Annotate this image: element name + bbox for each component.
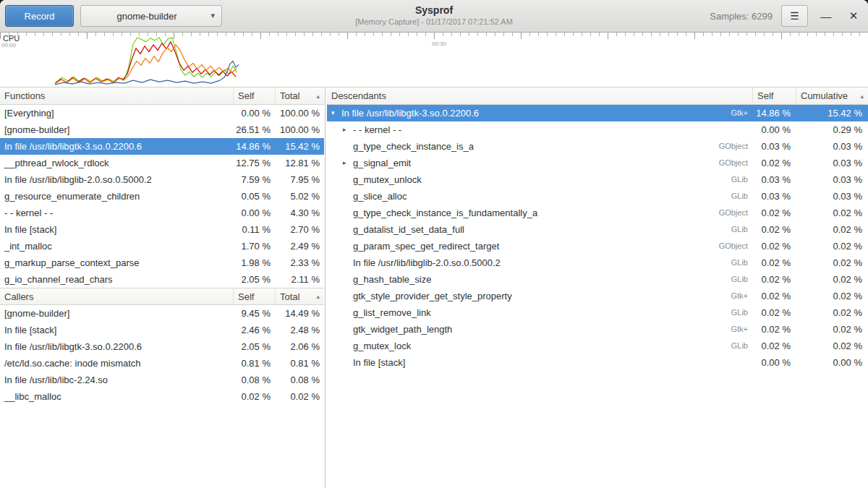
cumulative-column-header[interactable]: Cumulative ▴: [796, 87, 868, 104]
close-button[interactable]: ✕: [844, 7, 863, 25]
table-row[interactable]: __libc_malloc0.02 %0.02 %: [0, 388, 324, 405]
self-percent: 2.05 %: [233, 338, 275, 355]
tree-row[interactable]: g_list_remove_linkGLib0.02 %0.02 %: [327, 304, 868, 321]
self-column-header[interactable]: Self: [233, 288, 275, 304]
table-row[interactable]: In file /usr/lib/libgtk-3.so.0.2200.614.…: [0, 138, 324, 155]
self-column-header[interactable]: Self: [752, 87, 796, 104]
function-name: g_param_spec_get_redirect_target: [353, 238, 499, 254]
tree-row[interactable]: g_slice_allocGLib0.03 %0.03 %: [327, 188, 868, 205]
tree-row[interactable]: g_mutex_unlockGLib0.03 %0.03 %: [327, 171, 868, 188]
cpu-red-series: [55, 42, 236, 84]
process-selector-dropdown[interactable]: gnome-builder ▾: [80, 5, 222, 27]
functions-column-header[interactable]: Functions: [0, 87, 233, 104]
function-cell: g_param_spec_get_redirect_targetGObject: [327, 238, 752, 254]
table-row[interactable]: /etc/ld.so.cache: inode mismatch0.81 %0.…: [0, 355, 324, 372]
table-row[interactable]: In file [stack]2.46 %2.48 %: [0, 322, 324, 338]
expander-icon[interactable]: ▾: [331, 105, 341, 121]
self-column-label: Self: [238, 90, 254, 101]
function-cell: g_mutex_unlockGLib: [327, 171, 752, 188]
tree-row[interactable]: In file /usr/lib/libglib-2.0.so.0.5000.2…: [327, 254, 868, 271]
functions-column-label: Functions: [4, 90, 45, 101]
tree-row[interactable]: gtk_widget_path_lengthGtk+0.02 %0.02 %: [327, 321, 868, 338]
function-name: g_hash_table_size: [353, 271, 431, 288]
tree-row[interactable]: g_mutex_lockGLib0.02 %0.02 %: [327, 338, 868, 354]
self-percent: 0.02 %: [752, 205, 796, 221]
descendants-column-header[interactable]: Descendants: [327, 87, 752, 104]
self-percent: 0.00 %: [233, 205, 275, 221]
table-row[interactable]: g_resource_enumerate_children0.05 %5.02 …: [0, 188, 324, 205]
tree-row[interactable]: ▸- - kernel - -0.00 %0.29 %: [327, 121, 868, 138]
function-name: g_signal_emit: [353, 155, 411, 171]
cumulative-percent: 15.42 %: [796, 105, 868, 121]
tree-row[interactable]: g_param_spec_get_redirect_targetGObject0…: [327, 238, 868, 254]
self-percent: 0.02 %: [752, 221, 796, 238]
self-percent: 9.45 %: [233, 305, 275, 322]
table-row[interactable]: [gnome-builder]26.51 %100.00 %: [0, 121, 324, 138]
tree-row[interactable]: g_type_check_instance_is_fundamentally_a…: [327, 205, 868, 221]
table-row[interactable]: g_io_channel_read_chars2.05 %2.11 %: [0, 271, 324, 288]
record-button[interactable]: Record: [5, 5, 74, 27]
table-row[interactable]: In file /usr/lib/libc-2.24.so0.08 %0.08 …: [0, 372, 324, 388]
tree-row[interactable]: In file [stack]0.00 %0.00 %: [327, 354, 868, 371]
function-name: g_list_remove_link: [353, 304, 431, 321]
self-percent: 26.51 %: [233, 121, 275, 138]
table-row[interactable]: In file /usr/lib/libgtk-3.so.0.2200.62.0…: [0, 338, 324, 355]
tree-row[interactable]: ▸g_signal_emitGObject0.02 %0.03 %: [327, 155, 868, 171]
tree-row[interactable]: g_hash_table_sizeGLib0.02 %0.02 %: [327, 271, 868, 288]
minimize-button[interactable]: —: [817, 7, 835, 25]
self-percent: 1.98 %: [233, 254, 275, 271]
self-column-header[interactable]: Self: [233, 87, 275, 104]
self-percent: 2.05 %: [233, 271, 275, 288]
table-row[interactable]: - - kernel - -0.00 %4.30 %: [0, 205, 324, 221]
function-name: In file /usr/lib/libc-2.24.so: [0, 372, 233, 388]
tree-row[interactable]: ▾In file /usr/lib/libgtk-3.so.0.2200.6Gt…: [327, 105, 868, 121]
header-right: Samples: 6299 ☰ — ✕: [710, 5, 863, 27]
table-row[interactable]: _int_malloc1.70 %2.49 %: [0, 238, 324, 254]
library-badge: GLib: [723, 188, 748, 205]
library-badge: GObject: [710, 138, 748, 155]
total-column-header[interactable]: Total ▴: [275, 288, 324, 304]
library-badge: GLib: [723, 221, 748, 238]
table-row[interactable]: [gnome-builder]9.45 %14.49 %: [0, 305, 324, 322]
sort-indicator-icon: ▴: [316, 93, 320, 100]
total-column-header[interactable]: Total ▴: [275, 87, 324, 104]
function-cell: gtk_widget_path_lengthGtk+: [327, 321, 752, 338]
expander-icon[interactable]: ▸: [343, 121, 353, 138]
tree-row[interactable]: gtk_style_provider_get_style_propertyGtk…: [327, 288, 868, 304]
table-row[interactable]: __pthread_rwlock_rdlock12.75 %12.81 %: [0, 155, 324, 171]
tree-row[interactable]: g_type_check_instance_is_aGObject0.03 %0…: [327, 138, 868, 155]
table-row[interactable]: g_markup_parse_context_parse1.98 %2.33 %: [0, 254, 324, 271]
total-percent: 7.95 %: [275, 171, 324, 188]
menu-button[interactable]: ☰: [781, 5, 808, 27]
cumulative-percent: 0.02 %: [796, 288, 868, 304]
total-column-label: Total: [280, 291, 299, 302]
self-percent: 0.05 %: [233, 188, 275, 205]
function-name: g_mutex_unlock: [353, 171, 422, 188]
function-name: __pthread_rwlock_rdlock: [0, 155, 233, 171]
cumulative-percent: 0.02 %: [796, 321, 868, 338]
function-cell: ▸- - kernel - -: [327, 121, 752, 138]
total-percent: 0.81 %: [275, 355, 324, 372]
callers-column-header[interactable]: Callers: [0, 288, 233, 304]
header-bar: Record gnome-builder ▾ Sysprof [Memory C…: [0, 0, 868, 33]
function-name: __libc_malloc: [0, 388, 233, 405]
function-name: gtk_widget_path_length: [353, 321, 452, 338]
sort-indicator-icon: ▴: [316, 293, 320, 300]
self-percent: 0.03 %: [752, 138, 796, 155]
timeline-start-label: 00:00: [1, 42, 16, 48]
main-content: Functions Self Total ▴ [Everything]0.00 …: [0, 87, 868, 488]
table-row[interactable]: In file /usr/lib/libglib-2.0.so.0.5000.2…: [0, 171, 324, 188]
table-row[interactable]: [Everything]0.00 %100.00 %: [0, 105, 324, 121]
pane-splitter[interactable]: [324, 87, 327, 488]
cumulative-percent: 0.00 %: [796, 354, 868, 371]
expander-icon[interactable]: ▸: [343, 155, 353, 171]
cumulative-percent: 0.02 %: [796, 221, 868, 238]
function-cell: g_mutex_lockGLib: [327, 338, 752, 354]
tree-row[interactable]: g_datalist_id_set_data_fullGLib0.02 %0.0…: [327, 221, 868, 238]
cpu-timeline[interactable]: CPU 00:00 00:30: [0, 33, 868, 87]
table-row[interactable]: In file [stack]0.11 %2.70 %: [0, 221, 324, 238]
total-percent: 2.70 %: [275, 221, 324, 238]
self-percent: 7.59 %: [233, 171, 275, 188]
cumulative-percent: 0.02 %: [796, 304, 868, 321]
self-percent: 0.02 %: [752, 304, 796, 321]
